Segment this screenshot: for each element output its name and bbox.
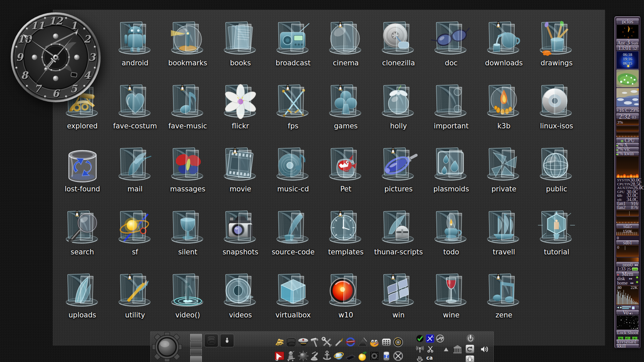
- desktop-icon-drawings[interactable]: drawings: [531, 20, 582, 67]
- ksysguard-button[interactable]: ksysguard: [616, 340, 639, 344]
- dock-icon-faucet[interactable]: [309, 350, 321, 362]
- dock-icon-speaker[interactable]: [392, 336, 404, 348]
- desktop-icon-movie[interactable]: movie: [215, 146, 266, 193]
- tray-refresh[interactable]: [465, 344, 475, 354]
- pager-desktop-3[interactable]: [190, 349, 202, 355]
- dock-icon-battery[interactable]: [380, 350, 392, 362]
- desktop-icon-cinema[interactable]: cinema: [320, 20, 372, 67]
- desktop-icon-lost-found[interactable]: lost-found: [57, 146, 108, 193]
- dock-icon-drive[interactable]: [285, 336, 297, 348]
- desktop-icon-uploads[interactable]: uploads: [57, 272, 108, 319]
- lock-shoot-buttons[interactable]: Lock Shoot: [616, 330, 639, 335]
- dock-icon-orb[interactable]: [333, 350, 345, 362]
- desktop-icon-sf[interactable]: sf: [109, 209, 161, 256]
- pager-desktop-4[interactable]: [190, 356, 202, 362]
- desktop-icon-wine[interactable]: wine: [425, 272, 477, 319]
- desktop-icon-private[interactable]: private: [478, 146, 530, 193]
- desktop-icon-android[interactable]: android: [109, 20, 161, 67]
- desktop-icon-k3b[interactable]: k3b: [478, 83, 530, 130]
- desktop-icon-snapshots[interactable]: snapshots: [215, 209, 266, 256]
- tray-check[interactable]: [416, 334, 424, 343]
- desktop-icon-plasmoids[interactable]: plasmoids: [425, 146, 477, 193]
- tray-volume[interactable]: [480, 345, 489, 354]
- sda5-graph: 150K: [616, 229, 639, 236]
- desktop-icon-tutorial[interactable]: tutorial: [531, 209, 582, 256]
- desktop-icon-search[interactable]: search: [57, 209, 108, 256]
- desktop-icon-video()[interactable]: video(): [162, 272, 214, 319]
- desktop-icon-todo[interactable]: todo: [425, 209, 477, 256]
- sidebar-temp-humidity: +16 C 29%: [616, 107, 639, 113]
- sda5-header: sda5: [616, 224, 639, 228]
- desktop-icon-pictures[interactable]: pictures: [373, 146, 424, 193]
- desktop-icon-source-code[interactable]: source-code: [267, 209, 319, 256]
- keyboard-layout-indicator[interactable]: ca: [426, 355, 433, 361]
- tray-down[interactable]: [465, 355, 475, 362]
- desktop-icon-broadcast[interactable]: broadcast: [267, 20, 319, 67]
- desktop-icon-utility[interactable]: utility: [109, 272, 161, 319]
- launcher-filemanager[interactable]: [204, 334, 218, 347]
- desktop-icon-silent[interactable]: silent: [162, 209, 214, 256]
- dock-icon-orange[interactable]: [357, 350, 369, 362]
- desktop-icon-massages[interactable]: massages: [162, 146, 214, 193]
- pager-desktop-1[interactable]: [190, 334, 202, 341]
- desktop-icon-downloads[interactable]: downloads: [478, 20, 530, 67]
- dock-icon-robot[interactable]: [285, 350, 297, 362]
- dock-icon-hammer[interactable]: [309, 336, 321, 348]
- dock-icon-pyramid[interactable]: [357, 336, 369, 348]
- desktop-icon-w10[interactable]: w10: [320, 272, 372, 319]
- tray-wifi[interactable]: [416, 345, 424, 354]
- dock-icon-slab[interactable]: [344, 350, 357, 362]
- tray-usb[interactable]: [436, 334, 444, 343]
- dock-icon-pen[interactable]: [333, 336, 345, 348]
- desktop-icon-travell[interactable]: travell: [478, 209, 530, 256]
- dock-icon-sextant[interactable]: [273, 336, 285, 348]
- tray-temple[interactable]: [452, 344, 463, 354]
- dock-icon-anchor[interactable]: [321, 350, 333, 362]
- desktop-icon-fave-music[interactable]: fave-music: [162, 83, 214, 130]
- desktop-icon-bookmarks[interactable]: bookmarks: [162, 20, 214, 67]
- mem-home-row[interactable]: home■■: [616, 281, 639, 285]
- desktop-icon-fave-costum[interactable]: fave-costum: [109, 83, 161, 130]
- desktop-icon-Pet[interactable]: Pet: [320, 146, 372, 193]
- desktop-icon-games[interactable]: games: [320, 83, 372, 130]
- dock-icon-clockx[interactable]: [392, 350, 404, 362]
- desktop-icon-virtualbox[interactable]: virtualbox: [267, 272, 319, 319]
- desktop-icon-important[interactable]: important: [425, 83, 477, 130]
- desktop-icon-flickr[interactable]: flickr: [215, 83, 266, 130]
- tray-triangle[interactable]: [443, 346, 449, 352]
- desktop-icon-doc[interactable]: doc: [425, 20, 477, 67]
- desktop-icon-books[interactable]: books: [215, 20, 266, 67]
- desktop-icon-public[interactable]: public: [531, 146, 582, 193]
- dock-icon-keypad[interactable]: [380, 336, 392, 348]
- tray-xblue[interactable]: [426, 334, 434, 343]
- desktop-icon-fps[interactable]: fps: [267, 83, 319, 130]
- dock-icon-gimp[interactable]: [368, 336, 380, 348]
- dock-icon-flag[interactable]: [273, 350, 285, 362]
- launcher-app[interactable]: [220, 334, 234, 347]
- volume-slider[interactable]: ◄►: [616, 305, 639, 310]
- desktop-icon-music-cd[interactable]: music-cd: [267, 146, 319, 193]
- pager-desktop-2[interactable]: [190, 341, 202, 348]
- kkill-button[interactable]: kkill: [616, 344, 639, 348]
- tray-power[interactable]: [466, 334, 475, 343]
- desktop-icon-holly[interactable]: holly: [373, 83, 424, 130]
- analog-clock-widget[interactable]: 121211223344556677889910101111: [9, 11, 102, 104]
- menu-gear-button[interactable]: [151, 331, 183, 362]
- dock-icon-cap[interactable]: [297, 336, 309, 348]
- desktop-icon-thunar-scripts[interactable]: thunar-scripts: [373, 209, 424, 256]
- desktop-icon-zene[interactable]: zene: [478, 272, 530, 319]
- dock-icon-sunball[interactable]: [297, 350, 309, 362]
- desktop-icon-videos[interactable]: videos: [215, 272, 266, 319]
- dock-icon-webring[interactable]: [344, 336, 357, 348]
- mem-histogram: 8022K: [616, 286, 639, 305]
- desktop-icon-mail[interactable]: mail: [109, 146, 161, 193]
- tray-scissors[interactable]: [426, 345, 434, 353]
- desktop-icon-linux-isos[interactable]: linux-isos: [531, 83, 582, 130]
- dock-icon-lens[interactable]: [368, 350, 380, 362]
- desktop-icon-clonezilla[interactable]: clonezilla: [373, 20, 424, 67]
- desktop-icon-win[interactable]: win: [373, 272, 424, 319]
- dock-icon-tools[interactable]: [321, 336, 333, 348]
- sidebar-title[interactable]: pclos: [616, 18, 639, 24]
- desktop-icon-templates[interactable]: templates: [320, 209, 372, 256]
- tray-plugcup[interactable]: [416, 355, 424, 362]
